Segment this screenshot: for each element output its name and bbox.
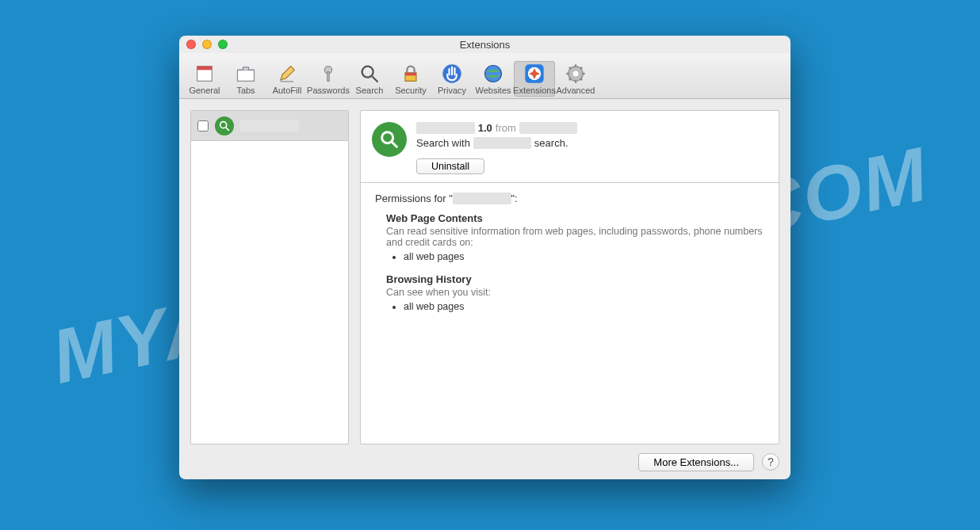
extension-title-line: ████████ 1.0 from ████████ [416,122,768,134]
toolbar-label: Security [395,86,427,95]
window-title: Extensions [179,39,791,51]
desc-suffix: search. [534,137,568,149]
extension-name: ████████ [240,120,299,132]
svg-line-25 [226,128,228,130]
toolbar-security[interactable]: Security [390,61,431,97]
switch-icon [193,63,216,85]
from-label: from [496,122,516,134]
permission-block: Browsing History Can see when you visit:… [386,273,764,312]
toolbar-websites[interactable]: Websites [473,61,514,97]
compass-icon [523,63,546,85]
toolbar: General Tabs AutoFill Passwords Search [179,53,791,99]
extension-version: 1.0 [478,122,492,134]
toolbar-autofill[interactable]: AutoFill [266,61,308,97]
toolbar-label: Search [356,86,384,95]
toolbar-search[interactable]: Search [349,61,390,97]
desc-redacted: ████████ [473,137,532,149]
svg-line-21 [580,78,582,80]
footer: More Extensions... ? [179,444,791,479]
svg-rect-2 [238,70,255,81]
globe-icon [482,63,504,85]
toolbar-label: Tabs [236,86,255,95]
extension-detail: ████████ 1.0 from ████████ Search with █… [360,110,779,444]
permission-desc: Can read sensitive information from web … [386,226,764,248]
toolbar-extensions[interactable]: Extensions [514,61,555,97]
magnifier-icon [372,122,407,157]
svg-point-6 [362,67,373,78]
extension-row[interactable]: ████████ [191,111,348,141]
toolbar-label: Privacy [438,86,466,95]
pencil-icon [276,63,298,85]
svg-line-22 [569,78,571,80]
toolbar-label: Passwords [307,86,350,95]
svg-point-11 [485,66,502,82]
extension-enable-checkbox[interactable] [197,120,209,132]
extension-name: ████████ [416,122,475,134]
search-icon [358,63,381,85]
help-button[interactable]: ? [762,453,779,471]
svg-line-7 [373,77,378,82]
svg-rect-9 [405,73,416,76]
permission-block: Web Page Contents Can read sensitive inf… [386,212,764,262]
toolbar-privacy[interactable]: Privacy [431,61,473,97]
permissions-header: Permissions for "████████": [375,193,764,204]
permission-title: Browsing History [386,273,764,285]
toolbar-label: Advanced [557,86,595,95]
toolbar-label: Websites [475,86,511,95]
svg-rect-5 [327,72,329,82]
gear-icon [565,63,587,85]
more-extensions-button[interactable]: More Extensions... [638,453,754,471]
uninstall-button[interactable]: Uninstall [416,158,484,174]
perm-header-suffix: ": [511,193,518,204]
permission-item: all web pages [404,301,764,312]
desc-prefix: Search with [416,137,470,149]
toolbar-label: General [189,86,220,95]
extension-description: Search with ████████ search. [416,137,768,149]
toolbar-label: Extensions [513,86,556,95]
toolbar-label: AutoFill [273,86,302,95]
svg-line-20 [569,67,571,69]
svg-line-27 [392,143,397,147]
key-icon [317,63,339,85]
perm-header-name: ████████ [453,193,511,204]
extension-vendor: ████████ [519,122,578,134]
preferences-window: Extensions General Tabs AutoFill Passwor… [179,36,791,479]
toolbar-general[interactable]: General [184,61,225,97]
extensions-sidebar: ████████ [190,110,349,444]
permissions-section: Permissions for "████████": Web Page Con… [361,183,779,333]
toolbar-advanced[interactable]: Advanced [555,61,596,97]
svg-line-23 [580,67,582,69]
detail-header: ████████ 1.0 from ████████ Search with █… [361,111,779,182]
svg-rect-3 [281,81,293,82]
perm-header-prefix: Permissions for " [375,193,453,204]
hand-icon [441,63,463,85]
permission-item: all web pages [404,251,764,262]
toolbar-passwords[interactable]: Passwords [308,61,349,97]
magnifier-icon [215,116,234,135]
svg-point-15 [573,71,579,77]
content-body: ████████ ████████ 1.0 from ████████ Sear… [179,99,791,444]
lock-icon [400,63,422,85]
svg-rect-1 [197,67,212,71]
tabs-icon [235,63,257,85]
permission-title: Web Page Contents [386,212,764,224]
titlebar: Extensions [179,36,791,53]
toolbar-tabs[interactable]: Tabs [225,61,266,97]
permission-desc: Can see when you visit: [386,287,764,298]
